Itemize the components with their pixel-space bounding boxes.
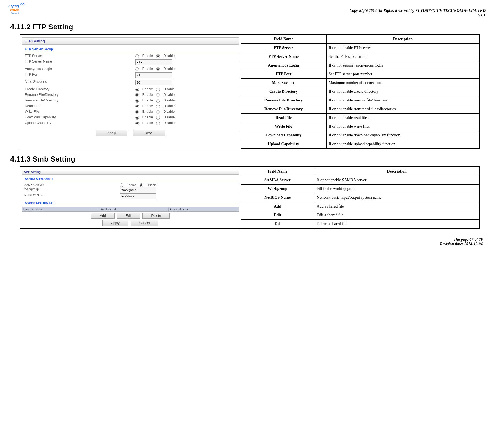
table-row: Create Directory If or not enable create… xyxy=(241,87,479,96)
description-cell: If or not support anonymous login xyxy=(326,61,479,70)
field-name-cell: Anonymous Login xyxy=(241,61,326,70)
radio-disable[interactable] xyxy=(156,105,160,108)
field-name-cell: Remove File/Directory xyxy=(241,105,326,114)
radio-disable[interactable] xyxy=(140,183,143,187)
table-row: SAMBA Server If or not enable SAMBA serv… xyxy=(241,176,479,185)
field-name-cell: SAMBA Server xyxy=(241,176,314,185)
smb-group1: SAMBA Server Setup xyxy=(24,177,239,181)
section-ftp-heading: 4.11.2 FTP Setting xyxy=(10,23,486,31)
text-input[interactable] xyxy=(120,193,156,199)
ftp-group-title: FTP Server Setup xyxy=(24,47,239,52)
description-cell: If or not enable read files xyxy=(326,114,479,122)
table-row: Read File If or not enable read files xyxy=(241,114,479,122)
dir-col: Directory Path xyxy=(98,207,169,212)
radio-disable[interactable] xyxy=(156,110,160,114)
table-row: FTP Server If or not enable FTP server xyxy=(241,44,479,52)
radio-disable[interactable] xyxy=(156,54,160,58)
edit-button[interactable]: Edit xyxy=(117,213,140,219)
field-name-cell: FTP Server Name xyxy=(241,52,326,61)
radio-enable[interactable] xyxy=(135,105,139,108)
radio-disable[interactable] xyxy=(156,93,160,97)
radio-disable[interactable] xyxy=(156,67,160,71)
radio-enable[interactable] xyxy=(120,183,124,187)
form-label: NetBIOS Name xyxy=(24,193,120,199)
field-name-cell: Workgroup xyxy=(241,185,314,193)
description-cell: If or not enable transfer of files/direc… xyxy=(326,105,479,114)
page-number: The page 67 of 79 xyxy=(8,237,483,242)
radio-disable[interactable] xyxy=(156,99,160,103)
table-row: NetBIOS Name Network basic input/output … xyxy=(241,193,479,202)
smb-panel-title: SMB Setting xyxy=(22,170,239,175)
description-cell: Delete a shared file xyxy=(314,220,479,228)
form-label: Max. Sessions xyxy=(25,80,135,85)
field-name-cell: Add xyxy=(241,202,314,211)
table-row: Download Capability If or not enable dow… xyxy=(241,131,479,140)
text-input[interactable] xyxy=(135,59,172,65)
field-name-cell: Download Capability xyxy=(241,131,326,140)
radio-disable[interactable] xyxy=(156,88,160,91)
form-label: FTP Port xyxy=(25,72,135,78)
description-cell: Edit a shared file xyxy=(314,211,479,220)
col-field-name: Field Name xyxy=(241,35,326,44)
smb-description-table: Field Name Description SAMBA Server If o… xyxy=(241,167,479,228)
description-cell: If or not enable create directory xyxy=(326,87,479,96)
add-button[interactable]: Add xyxy=(91,213,114,219)
form-label: FTP Server Name xyxy=(25,59,135,65)
field-name-cell: Read File xyxy=(241,114,326,122)
radio-enable[interactable] xyxy=(135,67,139,71)
ftp-panel-title: FTP Setting xyxy=(22,37,239,45)
smb-group2: Sharing Directory List xyxy=(24,201,239,205)
field-name-cell: FTP Server xyxy=(241,44,326,52)
form-label: Remove File/Directory xyxy=(25,98,135,102)
radio-enable[interactable] xyxy=(135,54,139,58)
form-label: Read File xyxy=(25,104,135,108)
radio-enable[interactable] xyxy=(135,88,139,91)
field-name-cell: Create Directory xyxy=(241,87,326,96)
svg-text:Flying: Flying xyxy=(8,4,19,8)
flyingvoice-logo: Flying Voice Voice over IP xyxy=(8,3,28,17)
text-input[interactable] xyxy=(135,80,172,85)
table-row: Add Add a shared file xyxy=(241,202,479,211)
ftp-screenshot-panel: FTP Setting FTP Server Setup FTP Server … xyxy=(20,35,241,149)
col-description: Description xyxy=(314,167,479,176)
field-name-cell: Rename File/Directory xyxy=(241,96,326,105)
form-label: Download Capability xyxy=(25,115,135,119)
field-name-cell: Del xyxy=(241,220,314,228)
table-row: Workgroup Fill in the working group xyxy=(241,185,479,193)
form-label: Rename File/Directory xyxy=(25,93,135,97)
radio-disable[interactable] xyxy=(156,122,160,125)
radio-enable[interactable] xyxy=(135,116,139,120)
radio-enable[interactable] xyxy=(135,99,139,103)
field-name-cell: Max. Sessions xyxy=(241,79,326,87)
form-label: Write File xyxy=(25,110,135,114)
description-cell: Add a shared file xyxy=(314,202,479,211)
description-cell: If or not enable write files xyxy=(326,122,479,131)
form-label: Create Directory xyxy=(25,87,135,91)
table-row: Edit Edit a shared file xyxy=(241,211,479,220)
form-label: FTP Server xyxy=(25,54,135,58)
field-name-cell: Edit xyxy=(241,211,314,220)
description-cell: Set FTP server port number xyxy=(326,70,479,79)
delete-button[interactable]: Delete xyxy=(142,213,170,219)
radio-enable[interactable] xyxy=(135,110,139,114)
apply-button[interactable]: Apply xyxy=(96,130,127,136)
radio-disable[interactable] xyxy=(156,116,160,120)
description-cell: Network basic input/output system name xyxy=(314,193,479,202)
section-smb-heading: 4.11.3 Smb Setting xyxy=(10,155,486,164)
apply-button-smb[interactable]: Apply xyxy=(102,220,128,226)
description-cell: Fill in the working group xyxy=(314,185,479,193)
table-row: Remove File/Directory If or not enable t… xyxy=(241,105,479,114)
text-input[interactable] xyxy=(120,187,156,193)
col-description: Description xyxy=(326,35,479,44)
description-cell: If or not enable rename file/directory xyxy=(326,96,479,105)
radio-enable[interactable] xyxy=(135,122,139,125)
radio-enable[interactable] xyxy=(135,93,139,97)
reset-button[interactable]: Reset xyxy=(133,130,165,136)
version-text: V1.1 xyxy=(8,13,486,17)
table-row: Rename File/Directory If or not enable r… xyxy=(241,96,479,105)
ftp-description-table: Field Name Description FTP Server If or … xyxy=(241,35,479,149)
table-row: FTP Server Name Set the FTP server name xyxy=(241,52,479,61)
text-input[interactable] xyxy=(135,72,172,78)
cancel-button[interactable]: Cancel xyxy=(131,220,158,226)
col-field-name: Field Name xyxy=(241,167,314,176)
